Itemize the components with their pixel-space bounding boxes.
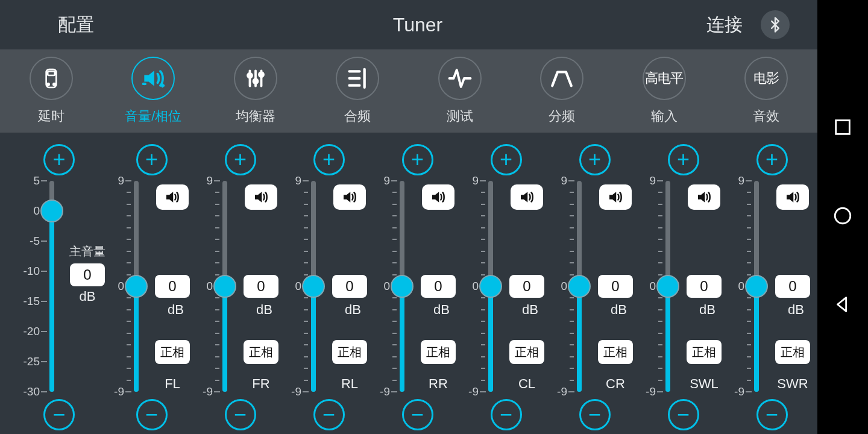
scale-label: 0 <box>295 280 301 293</box>
nav-recent-icon[interactable] <box>832 117 853 140</box>
slider-track-rr[interactable] <box>400 181 404 392</box>
nav-back-icon[interactable] <box>832 294 853 317</box>
channel-name: FR <box>240 376 282 392</box>
minus-button-fl[interactable]: − <box>136 399 168 430</box>
scale-label: 0 <box>472 280 479 293</box>
db-label: dB <box>611 302 627 318</box>
scale-label: 0 <box>118 280 124 293</box>
value-fl: 0 <box>155 275 190 298</box>
tab-input[interactable]: 高电平输入 <box>613 57 715 125</box>
mute-button-fr[interactable] <box>245 184 277 210</box>
scale-label: -9 <box>468 385 479 398</box>
mute-button-swr[interactable] <box>776 184 809 210</box>
slider-thumb-fl[interactable] <box>125 275 148 298</box>
slider-track-swr[interactable] <box>754 181 759 392</box>
tab-label: 测试 <box>447 107 473 125</box>
scale-label: -25 <box>24 355 40 368</box>
slider-track-rl[interactable] <box>311 181 316 392</box>
minus-button-swl[interactable]: − <box>668 399 699 430</box>
scale-label: 9 <box>383 174 390 187</box>
phase-button-fr[interactable]: 正相 <box>244 340 278 364</box>
slider-thumb-swr[interactable] <box>745 275 768 298</box>
minus-button-swr[interactable]: − <box>756 399 788 430</box>
scale-label: -9 <box>203 385 213 398</box>
tab-volume[interactable]: 音量/相位 <box>102 57 205 125</box>
slider-track-fr[interactable] <box>222 181 227 392</box>
minus-button-cr[interactable]: − <box>579 399 611 430</box>
phase-button-rr[interactable]: 正相 <box>421 340 456 364</box>
minus-button-cl[interactable]: − <box>491 399 522 430</box>
mute-button-cl[interactable] <box>511 184 543 210</box>
tab-delay[interactable]: 延时 <box>0 57 102 125</box>
mute-button-rl[interactable] <box>333 184 366 210</box>
channel-name: CL <box>506 376 548 392</box>
mute-button-fl[interactable] <box>156 184 189 210</box>
phase-button-rl[interactable]: 正相 <box>332 340 367 364</box>
phase-button-cr[interactable]: 正相 <box>598 340 633 364</box>
plus-button-rl[interactable]: + <box>313 144 345 175</box>
channel-name: SWR <box>772 376 814 392</box>
fx-text-icon: 电影 <box>744 57 788 100</box>
svg-point-12 <box>248 74 252 78</box>
scale-label: 9 <box>649 174 656 187</box>
svg-point-3 <box>53 83 55 85</box>
scale-label: 9 <box>472 174 479 187</box>
slider-thumb-rr[interactable] <box>391 275 414 298</box>
db-label: dB <box>522 302 538 318</box>
master-column: +50-5-10-15-20-25-30主音量0dB− <box>11 133 107 434</box>
phase-button-fl[interactable]: 正相 <box>155 340 190 364</box>
minus-button-rl[interactable]: − <box>313 399 345 430</box>
slider-thumb-cr[interactable] <box>568 275 591 298</box>
master-minus-button[interactable]: − <box>43 399 75 430</box>
config-button[interactable]: 配置 <box>58 13 178 37</box>
slider-track-swl[interactable] <box>665 181 670 392</box>
plus-button-cl[interactable]: + <box>491 144 522 175</box>
slider-track-cr[interactable] <box>577 181 582 392</box>
mute-button-cr[interactable] <box>599 184 632 210</box>
tab-eq[interactable]: 均衡器 <box>204 57 307 125</box>
value-rl: 0 <box>332 275 367 298</box>
mute-button-rr[interactable] <box>422 184 454 210</box>
slider-thumb-master[interactable] <box>40 200 63 222</box>
plus-button-fr[interactable]: + <box>225 144 256 175</box>
tab-test[interactable]: 测试 <box>409 57 511 125</box>
scale-label: 0 <box>738 280 744 293</box>
slider-thumb-cl[interactable] <box>479 275 502 298</box>
nav-home-icon[interactable] <box>832 206 853 228</box>
plus-button-rr[interactable]: + <box>402 144 433 175</box>
scale-label: 9 <box>295 174 301 187</box>
tab-xover[interactable]: 分频 <box>511 57 614 125</box>
slider-thumb-fr[interactable] <box>213 275 236 298</box>
tab-merge[interactable]: 合频 <box>307 57 409 125</box>
mute-button-swl[interactable] <box>688 184 720 210</box>
db-label: dB <box>256 302 272 318</box>
scale-label: 0 <box>33 204 40 218</box>
connect-button[interactable]: 连接 <box>706 13 743 37</box>
plus-button-swr[interactable]: + <box>756 144 788 175</box>
svg-point-2 <box>47 83 49 85</box>
slider-thumb-rl[interactable] <box>302 275 325 298</box>
plus-button-cr[interactable]: + <box>579 144 611 175</box>
channel-column-cr: +90-90dB正相CR− <box>550 133 639 434</box>
filter-icon <box>540 57 583 100</box>
plus-button-swl[interactable]: + <box>668 144 699 175</box>
bluetooth-icon[interactable] <box>761 10 790 39</box>
channel-name: SWL <box>683 376 725 392</box>
slider-track-master[interactable] <box>49 181 54 392</box>
plus-button-fl[interactable]: + <box>136 144 168 175</box>
channel-name: RR <box>417 376 459 392</box>
phase-button-swl[interactable]: 正相 <box>687 340 722 364</box>
scale-label: -9 <box>291 385 301 398</box>
slider-thumb-swl[interactable] <box>656 275 679 298</box>
slider-track-fl[interactable] <box>134 181 139 392</box>
phase-button-cl[interactable]: 正相 <box>509 340 544 364</box>
scale-label: 0 <box>561 280 567 293</box>
minus-button-fr[interactable]: − <box>225 399 256 430</box>
master-plus-button[interactable]: + <box>43 144 75 175</box>
minus-button-rr[interactable]: − <box>402 399 433 430</box>
phase-button-swr[interactable]: 正相 <box>775 340 810 364</box>
value-swr: 0 <box>775 275 810 298</box>
channel-column-swr: +90-90dB正相SWR− <box>728 133 816 434</box>
tab-fx[interactable]: 电影音效 <box>715 57 818 125</box>
slider-track-cl[interactable] <box>488 181 493 392</box>
